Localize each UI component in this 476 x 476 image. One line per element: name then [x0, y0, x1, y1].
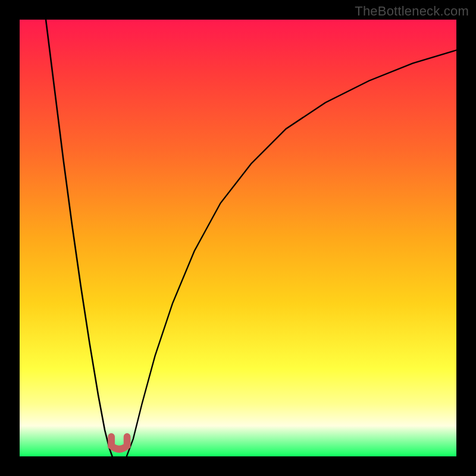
outer-frame: TheBottleneck.com	[0, 0, 476, 476]
chart-svg	[20, 20, 456, 456]
watermark-text: TheBottleneck.com	[355, 4, 469, 19]
curve-right-branch	[127, 50, 456, 456]
curve-left-branch	[46, 20, 112, 456]
plot-area	[20, 20, 456, 456]
minimum-bump-marker	[111, 437, 127, 449]
